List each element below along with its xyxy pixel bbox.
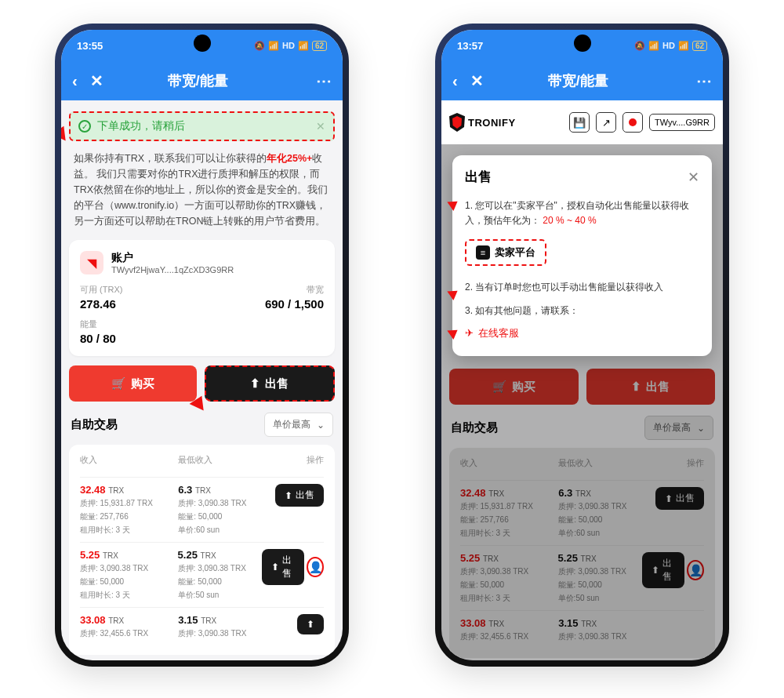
toast-close-icon[interactable]: ✕ xyxy=(316,120,325,133)
trading-title: 自助交易 xyxy=(71,417,118,432)
bandwidth-label: 带宽 xyxy=(265,284,324,296)
toast-text: 下单成功，请稍后 xyxy=(97,119,185,133)
col-income: 收入 xyxy=(80,454,175,466)
status-time: 13:57 xyxy=(457,40,483,52)
chevron-down-icon: ⌄ xyxy=(317,420,325,431)
hd-icon: HD xyxy=(662,41,675,50)
promo-text: 如果你持有TRX，联系我们可以让你获得的年化25%+收益。 我们只需要对你的TR… xyxy=(74,151,330,229)
page-title: 带宽/能量 xyxy=(496,71,660,90)
success-toast: ✓ 下单成功，请稍后 ✕ xyxy=(69,111,335,141)
phone-frame-right: 13:57 🔕 📶 HD 📶 62 ‹ ✕ 带宽/能量 ⋯ TRONIFY 💾 … xyxy=(435,24,729,667)
page-title: 带宽/能量 xyxy=(116,71,280,90)
col-min: 最低收入 xyxy=(178,454,260,466)
mute-icon: 🔕 xyxy=(254,41,265,51)
brand-logo: TRONIFY xyxy=(449,113,516,132)
brand-strip: TRONIFY 💾 ↗ TWyv....G9RR xyxy=(441,100,723,144)
mute-icon: 🔕 xyxy=(634,41,645,51)
sell-button[interactable]: ⬆ 出售 xyxy=(205,365,336,402)
col-op: 操作 xyxy=(263,454,324,466)
battery-badge: 62 xyxy=(312,41,327,51)
row-sell-button[interactable]: ⬆ xyxy=(297,614,324,634)
modal-step3: 3. 如有其他问题，请联系： xyxy=(465,304,699,318)
status-time: 13:55 xyxy=(77,40,103,52)
signal2-icon: 📶 xyxy=(298,41,309,51)
modal-step2: 2. 当有订单时您也可以手动出售能量以获得收入 xyxy=(465,280,699,295)
signal2-icon: 📶 xyxy=(678,41,689,51)
shield-icon xyxy=(449,113,465,132)
modal-close-icon[interactable]: ✕ xyxy=(688,169,699,186)
bandwidth-value: 690 / 1,500 xyxy=(265,297,324,311)
account-address: TWyvf2HjwaY....1qZcXD3G9RR xyxy=(111,265,234,274)
upload-icon: ⬆ xyxy=(285,490,292,501)
more-icon[interactable]: ⋯ xyxy=(316,71,332,90)
sell-modal: 出售 ✕ 1. 您可以在"卖家平台"，授权自动化出售能量以获得收入，预估年化为：… xyxy=(452,155,712,356)
buy-button[interactable]: 🛒 购买 xyxy=(69,365,197,402)
store-icon: ≡ xyxy=(476,245,490,260)
row-sell-button[interactable]: ⬆ 出售 xyxy=(275,484,324,507)
signal-icon: 📶 xyxy=(648,41,659,51)
more-icon[interactable]: ⋯ xyxy=(696,71,712,90)
telegram-icon: ✈ xyxy=(465,327,474,339)
account-icon: ◥ xyxy=(80,251,103,274)
share-icon[interactable]: ↗ xyxy=(596,112,616,133)
screen-right: 13:57 🔕 📶 HD 📶 62 ‹ ✕ 带宽/能量 ⋯ TRONIFY 💾 … xyxy=(441,30,723,660)
status-bar: 13:57 🔕 📶 HD 📶 62 xyxy=(441,30,723,61)
hd-icon: HD xyxy=(282,41,295,50)
record-icon[interactable] xyxy=(622,112,643,133)
back-icon[interactable]: ‹ xyxy=(72,72,78,90)
upload-icon: ⬆ xyxy=(271,562,279,573)
row-sell-button[interactable]: ⬆ 出售 xyxy=(262,549,304,585)
screen-left: 13:55 🔕 📶 HD 📶 62 ‹ ✕ 带宽/能量 ⋯ ✓ 下单成功，请稍后… xyxy=(61,30,343,660)
energy-value: 80 / 80 xyxy=(80,332,116,345)
back-icon[interactable]: ‹ xyxy=(452,72,458,90)
available-label: 可用 (TRX) xyxy=(80,284,122,296)
available-value: 278.46 xyxy=(80,297,122,311)
status-bar: 13:55 🔕 📶 HD 📶 62 xyxy=(61,30,343,61)
modal-title: 出售 xyxy=(465,168,492,186)
energy-label: 能量 xyxy=(80,318,116,330)
save-icon[interactable]: 💾 xyxy=(569,112,590,133)
account-title: 账户 xyxy=(111,251,234,265)
account-card: ◥ 账户 TWyvf2HjwaY....1qZcXD3G9RR 可用 (TRX)… xyxy=(69,240,335,356)
cart-icon: 🛒 xyxy=(111,376,126,391)
battery-badge: 62 xyxy=(692,41,707,51)
nav-bar: ‹ ✕ 带宽/能量 ⋯ xyxy=(61,61,343,100)
close-icon[interactable]: ✕ xyxy=(470,71,484,90)
table-row: 32.48 TRX 质押: 15,931.87 TRX 能量: 257,766 … xyxy=(80,477,324,542)
phone-frame-left: 13:55 🔕 📶 HD 📶 62 ‹ ✕ 带宽/能量 ⋯ ✓ 下单成功，请稍后… xyxy=(55,24,349,667)
orders-list: 收入 最低收入 操作 32.48 TRX 质押: 15,931.87 TRX 能… xyxy=(69,445,335,655)
content-area: ✓ 下单成功，请稍后 ✕ 如果你持有TRX，联系我们可以让你获得的年化25%+收… xyxy=(61,100,343,660)
address-chip[interactable]: TWyv....G9RR xyxy=(649,114,715,131)
upload-icon: ⬆ xyxy=(250,376,260,391)
upload-icon: ⬆ xyxy=(307,619,314,630)
modal-step1: 1. 您可以在"卖家平台"，授权自动化出售能量以获得收入，预估年化为： 20 %… xyxy=(465,198,699,228)
check-circle-icon: ✓ xyxy=(78,120,91,133)
table-row: 33.08 TRX 质押: 32,455.6 TRX 3.15 TRX 质押: … xyxy=(80,607,324,645)
customer-service-link[interactable]: ✈ 在线客服 xyxy=(465,326,699,340)
nav-bar: ‹ ✕ 带宽/能量 ⋯ xyxy=(441,61,723,100)
close-icon[interactable]: ✕ xyxy=(90,71,103,90)
sort-select[interactable]: 单价最高 ⌄ xyxy=(264,413,333,437)
support-avatar-icon[interactable]: 👤 xyxy=(307,557,324,577)
signal-icon: 📶 xyxy=(268,41,279,51)
table-row: 5.25 TRX 质押: 3,090.38 TRX 能量: 50,000 租用时… xyxy=(80,542,324,607)
seller-platform-button[interactable]: ≡ 卖家平台 xyxy=(465,239,546,266)
